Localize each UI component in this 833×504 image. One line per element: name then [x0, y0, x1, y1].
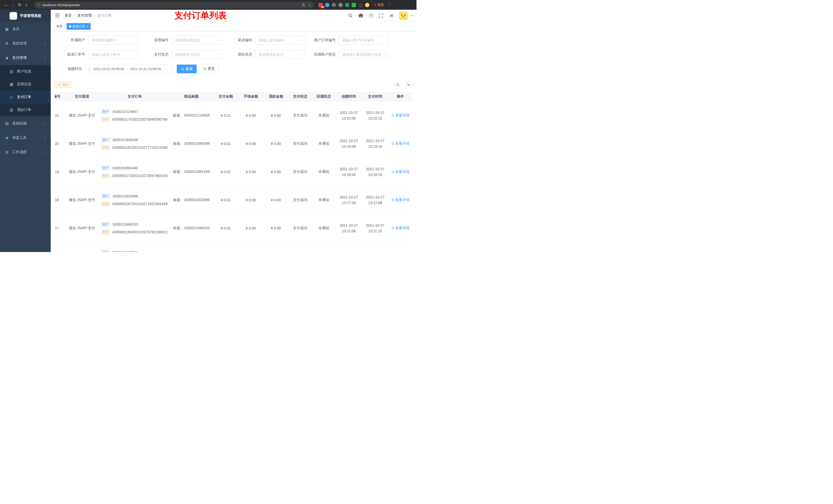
- close-tab-icon[interactable]: ×: [86, 25, 88, 28]
- breadcrumb-home[interactable]: 首页: [65, 13, 72, 18]
- sidebar: 芋道管理系统 ▣ 首页 ⚙ 系统管理 ∨ ¥ 支付管理 ∧ ▤ 商户信息: [0, 10, 51, 252]
- cell-create-time: 2021-10-2713:18:02: [336, 158, 362, 186]
- dashboard-icon: ▣: [5, 27, 9, 31]
- yen-icon: ¥: [5, 56, 9, 60]
- tab-pay-order[interactable]: 支付订单 ×: [67, 23, 91, 30]
- extension-icon-green-square[interactable]: [352, 3, 356, 7]
- cell-refund-amount: ¥ 0.00: [263, 129, 288, 158]
- workflow-icon: ⊞: [5, 150, 9, 154]
- cell-pay-channel: [66, 242, 98, 252]
- view-detail-link[interactable]: 查看详情: [391, 226, 410, 231]
- orders-table: 编号 支付渠道 支付订单 商品标题 支付金额 手续金额 退款金额 支付状态 回调…: [55, 92, 412, 252]
- browser-update-button[interactable]: 更新: [373, 2, 386, 8]
- app-title: 芋道管理系统: [20, 14, 41, 18]
- extension-icon-green-check[interactable]: [345, 3, 349, 7]
- tab-home[interactable]: 首页: [54, 23, 65, 30]
- sidebar-toggle-icon[interactable]: [55, 13, 61, 19]
- extension-icon-red[interactable]: 10: [318, 3, 323, 7]
- sidebar-item-infrastructure[interactable]: ▧ 基础设施 ∨: [0, 116, 51, 130]
- payment-submenu: ▤ 商户信息 ▦ 应用信息 ◎ 支付订单 ▥ 退款订单: [0, 65, 51, 116]
- view-detail-link[interactable]: 查看详情: [391, 198, 410, 202]
- export-button[interactable]: 导出: [55, 81, 71, 88]
- sidebar-item-pay-order[interactable]: ◎ 支付订单: [0, 91, 51, 103]
- cell-order-id: 18: [55, 186, 66, 214]
- chevron-up-icon: ∧: [44, 57, 46, 59]
- merchant-tag: 商户: [101, 193, 110, 199]
- table-row: 19 微信 JSAPI 支付 商户 1635311881440 支付 42000…: [55, 158, 412, 186]
- refund-status-select[interactable]: [255, 50, 305, 59]
- view-detail-link[interactable]: 查看详情: [391, 141, 410, 146]
- site-info-icon[interactable]: ⓘ: [37, 3, 40, 7]
- cell-pay-time: 2021-10-2713:11:15: [362, 214, 388, 242]
- breadcrumb-current: 支付订单: [97, 13, 112, 18]
- user-avatar[interactable]: [399, 11, 408, 20]
- sidebar-item-app-info[interactable]: ▦ 应用信息: [0, 78, 51, 91]
- cell-pay-status: 支付成功: [288, 158, 312, 186]
- sidebar-item-refund-order[interactable]: ▥ 退款订单: [0, 103, 51, 116]
- pin-icon[interactable]: [358, 3, 363, 7]
- reset-button[interactable]: ↻ 重置: [199, 65, 219, 73]
- cell-notify-status: 未通知: [312, 101, 336, 129]
- pay-status-select[interactable]: [172, 50, 222, 59]
- clock-icon: [88, 67, 91, 71]
- bookmark-star-icon[interactable]: ☆: [308, 3, 311, 7]
- cell-product-title: [170, 242, 213, 252]
- cell-pay-status: 支付成功: [288, 214, 312, 242]
- help-icon[interactable]: ?: [368, 13, 374, 18]
- app-logo: 芋道管理系统: [0, 10, 51, 22]
- merchant-tag: 商户: [101, 137, 110, 143]
- pay-tag: 支付: [101, 145, 110, 150]
- sidebar-item-workflow[interactable]: ⊞ 工作流程 ∨: [0, 145, 51, 159]
- cell-refund-amount: [263, 242, 288, 252]
- view-detail-link[interactable]: 查看详情: [391, 113, 410, 118]
- refresh-table-button[interactable]: ↻: [405, 81, 412, 89]
- cell-pay-time: 2021-10-2713:17:08: [362, 186, 388, 214]
- sidebar-item-system[interactable]: ⚙ 系统管理 ∨: [0, 37, 51, 51]
- merchant-select[interactable]: [88, 36, 138, 45]
- browser-toolbar: ← → ↻ ⌂ ⓘ localhost:1024/pay/order ☆ 10 …: [0, 0, 416, 10]
- view-detail-link[interactable]: 查看详情: [391, 170, 410, 174]
- channel-code-select[interactable]: [255, 36, 305, 45]
- chevron-down-icon: ∨: [44, 43, 46, 45]
- address-bar[interactable]: ⓘ localhost:1024/pay/order ☆: [34, 2, 314, 8]
- extension-icon-olive[interactable]: [338, 3, 343, 7]
- cell-notify-status: [312, 242, 336, 252]
- browser-forward-button[interactable]: →: [10, 2, 16, 8]
- cell-refund-amount: ¥ 0.00: [263, 214, 288, 242]
- browser-back-button[interactable]: ←: [3, 2, 10, 8]
- extension-icon-gray[interactable]: [332, 3, 336, 7]
- browser-reload-button[interactable]: ↻: [16, 2, 23, 8]
- toggle-search-button[interactable]: [394, 81, 402, 89]
- url-text: localhost:1024/pay/order: [43, 3, 299, 7]
- merchant-order-no-input[interactable]: [339, 36, 389, 45]
- share-icon[interactable]: [302, 3, 305, 7]
- cell-order-id: 20: [55, 129, 66, 158]
- sidebar-item-home[interactable]: ▣ 首页: [0, 22, 51, 37]
- cell-notify-status: 未通知: [312, 129, 336, 158]
- browser-menu-icon[interactable]: ⋮: [387, 3, 391, 7]
- cell-product-title: 标题：1635311949168: [170, 129, 213, 158]
- cell-pay-order: 商户 1635311457861 支付: [98, 242, 170, 252]
- search-icon[interactable]: [348, 13, 353, 18]
- browser-home-button[interactable]: ⌂: [23, 2, 30, 8]
- breadcrumb-payment[interactable]: 支付管理: [77, 13, 92, 18]
- fullscreen-icon[interactable]: [379, 13, 384, 18]
- sidebar-menu: ▣ 首页 ⚙ 系统管理 ∨ ¥ 支付管理 ∧ ▤ 商户信息 ▦ 应用信: [0, 22, 51, 252]
- cell-actions: 查看详情: [388, 158, 412, 186]
- github-icon[interactable]: [358, 13, 363, 18]
- table-row: 商户 1635311457861 支付 查看详情: [55, 242, 412, 252]
- user-menu-caret-icon[interactable]: ▾: [411, 14, 412, 18]
- sidebar-item-payment[interactable]: ¥ 支付管理 ∧: [0, 51, 51, 65]
- font-size-icon[interactable]: tT: [389, 13, 394, 18]
- sidebar-item-merchant-info[interactable]: ▤ 商户信息: [0, 65, 51, 78]
- channel-order-no-input[interactable]: [88, 50, 138, 59]
- extension-icon-emoji[interactable]: [365, 3, 370, 7]
- app-id-select[interactable]: [172, 36, 222, 45]
- cell-refund-amount: ¥ 0.00: [263, 186, 288, 214]
- sidebar-item-devtools[interactable]: ◈ 研发工具 ∨: [0, 130, 51, 145]
- search-button[interactable]: 搜索: [177, 65, 197, 73]
- create-time-range-picker[interactable]: 2021-10-01 00:00:00 - 2021-10-31 23:59:5…: [85, 65, 173, 73]
- extension-icon-blue[interactable]: [325, 3, 329, 7]
- notify-status-select[interactable]: [339, 50, 389, 59]
- cell-fee-amount: ¥ 0.00: [238, 186, 263, 214]
